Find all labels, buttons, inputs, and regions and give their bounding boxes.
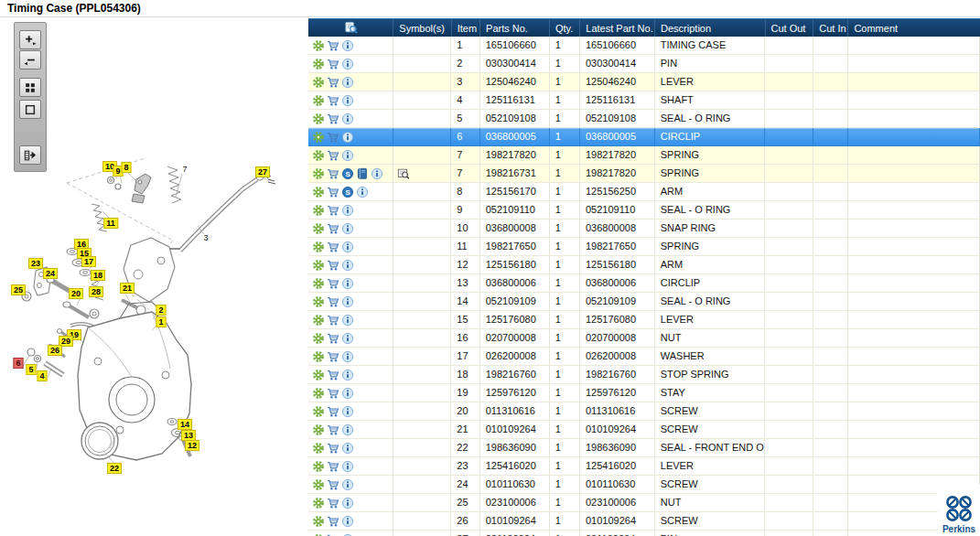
- gear-icon[interactable]: [312, 76, 325, 89]
- column-header-cut-out[interactable]: Cut Out: [766, 19, 814, 37]
- info-icon[interactable]: [341, 442, 354, 455]
- gear-icon[interactable]: [312, 222, 325, 235]
- table-row-item-14[interactable]: 140521091091052109109SEAL - O RING: [308, 293, 980, 311]
- gear-icon[interactable]: [312, 387, 325, 400]
- gear-icon[interactable]: [312, 442, 325, 455]
- toggle-parts-list-button[interactable]: [19, 145, 41, 165]
- cart-icon[interactable]: [327, 533, 339, 536]
- info-icon[interactable]: [341, 259, 354, 272]
- table-row-item-2[interactable]: 20303004141030300414PIN: [308, 55, 980, 73]
- zoom-out-button[interactable]: [19, 50, 41, 70]
- column-header-latest-part-no[interactable]: Latest Part No.: [580, 19, 655, 37]
- info-icon[interactable]: [341, 350, 354, 363]
- info-icon[interactable]: [341, 222, 354, 235]
- gear-icon[interactable]: [312, 405, 325, 418]
- view-icon[interactable]: [397, 167, 410, 180]
- diagram-callout-18[interactable]: 18: [91, 270, 105, 281]
- table-row-item-21[interactable]: 210101092641010109264SCREW: [308, 421, 980, 439]
- info-icon[interactable]: [341, 149, 354, 162]
- cart-icon[interactable]: [327, 387, 339, 400]
- table-row-item-20[interactable]: 200113106161011310616SCREW: [308, 402, 980, 421]
- info-icon[interactable]: [341, 131, 354, 144]
- gear-icon[interactable]: [312, 515, 325, 528]
- table-row-item-13[interactable]: 130368000061036800006CIRCLIP: [308, 274, 980, 293]
- diagram-callout-3[interactable]: 3: [201, 233, 210, 242]
- column-header-symbols[interactable]: Symbol(s): [393, 19, 451, 37]
- gear-icon[interactable]: [312, 314, 325, 327]
- cart-icon[interactable]: [327, 186, 339, 198]
- info-icon[interactable]: [341, 204, 354, 217]
- table-row-item-17[interactable]: 170262000081026200008WASHER: [308, 348, 980, 366]
- cart-icon[interactable]: [327, 277, 339, 290]
- info-icon[interactable]: [341, 295, 354, 308]
- cart-icon[interactable]: [327, 76, 339, 89]
- diagram-callout-22[interactable]: 22: [107, 463, 122, 474]
- cart-icon[interactable]: [327, 423, 339, 436]
- table-row-item-16[interactable]: 160207000081020700008NUT: [308, 329, 980, 348]
- table-row-item-7[interactable]: 71982178201198217820SPRING: [308, 146, 980, 165]
- gear-icon[interactable]: [312, 533, 325, 536]
- gear-icon[interactable]: [312, 241, 325, 253]
- gear-icon[interactable]: [312, 58, 325, 70]
- info-icon[interactable]: [341, 515, 354, 528]
- cart-icon[interactable]: [327, 204, 339, 217]
- info-icon[interactable]: [341, 387, 354, 400]
- table-row-item-25[interactable]: 250231000061023100006NUT: [308, 494, 980, 512]
- table-row-item-19[interactable]: 191259761201125976120STAY: [308, 384, 980, 402]
- gear-icon[interactable]: [312, 423, 325, 436]
- s-icon[interactable]: [341, 167, 354, 180]
- diagram-callout-6[interactable]: 6: [13, 358, 23, 369]
- info-icon[interactable]: [341, 478, 354, 491]
- info-icon[interactable]: [341, 94, 354, 107]
- book-icon[interactable]: [356, 167, 369, 180]
- info-icon[interactable]: [341, 369, 354, 381]
- table-row-item-12[interactable]: 121251561801125156180ARM: [308, 256, 980, 274]
- info-icon[interactable]: [356, 186, 369, 198]
- info-icon[interactable]: [341, 332, 354, 345]
- info-icon[interactable]: [341, 113, 354, 125]
- table-row-item-22[interactable]: 221986360901198636090SEAL - FRONT END OI…: [308, 439, 980, 457]
- cart-icon[interactable]: [327, 515, 339, 528]
- gear-icon[interactable]: [312, 277, 325, 290]
- column-header-actions[interactable]: [308, 19, 393, 37]
- diagram-callout-17[interactable]: 17: [81, 256, 96, 267]
- gear-icon[interactable]: [312, 131, 325, 144]
- cart-icon[interactable]: [327, 131, 339, 144]
- cart-icon[interactable]: [327, 94, 339, 107]
- cart-icon[interactable]: [327, 58, 339, 70]
- cart-icon[interactable]: [327, 497, 339, 509]
- cart-icon[interactable]: [327, 350, 339, 363]
- cart-icon[interactable]: [327, 113, 339, 125]
- gear-icon[interactable]: [312, 186, 325, 198]
- table-row-item-3[interactable]: 31250462401125046240LEVER: [308, 73, 980, 91]
- cart-icon[interactable]: [327, 241, 339, 253]
- cart-icon[interactable]: [327, 460, 339, 473]
- cart-icon[interactable]: [327, 478, 339, 491]
- preview-icon[interactable]: [344, 21, 358, 35]
- gear-icon[interactable]: [312, 332, 325, 345]
- diagram-callout-26[interactable]: 26: [48, 345, 62, 356]
- gear-icon[interactable]: [312, 478, 325, 491]
- info-icon[interactable]: [341, 58, 354, 70]
- column-header-comment[interactable]: Comment: [848, 19, 980, 37]
- column-header-parts-no[interactable]: Parts No.: [480, 19, 550, 37]
- gear-icon[interactable]: [312, 350, 325, 363]
- column-header-cut-in[interactable]: Cut In: [813, 19, 848, 37]
- table-row-item-8[interactable]: 81251561701125156250ARM: [308, 183, 980, 201]
- table-row-item-18[interactable]: 181982167601198216760STOP SPRING: [308, 366, 980, 384]
- gear-icon[interactable]: [312, 460, 325, 473]
- cart-icon[interactable]: [327, 442, 339, 455]
- fit-view-button[interactable]: [19, 100, 41, 119]
- diagram-callout-23[interactable]: 23: [28, 258, 43, 269]
- cart-icon[interactable]: [327, 167, 339, 180]
- cart-icon[interactable]: [327, 405, 339, 418]
- table-row-item-5[interactable]: 50521091081052109108SEAL - O RING: [308, 110, 980, 128]
- table-row-item-27[interactable]: 270311000041031100004PIN: [308, 531, 980, 536]
- diagram-callout-4[interactable]: 4: [37, 370, 47, 381]
- gear-icon[interactable]: [312, 167, 325, 180]
- column-header-qty[interactable]: Qty.: [550, 19, 580, 37]
- table-row-item-26[interactable]: 260101092641010109264SCREW: [308, 512, 980, 531]
- column-header-description[interactable]: Description: [655, 19, 765, 37]
- table-row-item-11[interactable]: 111982176501198217650SPRING: [308, 238, 980, 256]
- cart-icon[interactable]: [327, 149, 339, 162]
